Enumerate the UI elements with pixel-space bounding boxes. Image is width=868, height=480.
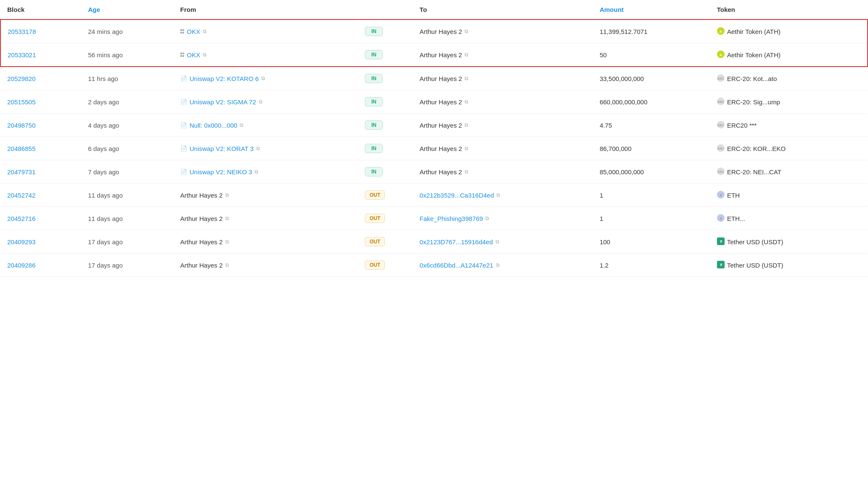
contract-icon: 📄 (180, 122, 187, 128)
copy-to-icon[interactable]: ⧉ (465, 99, 468, 105)
block-link[interactable]: 20479731 (7, 168, 36, 176)
block-number[interactable]: 20533178 (0, 20, 81, 43)
copy-to-icon[interactable]: ⧉ (465, 122, 468, 128)
to-link[interactable]: 0x6cd66Dbd...A12447e21 (420, 262, 493, 269)
copy-from-icon[interactable]: ⧉ (255, 169, 258, 175)
token-cell: AAethir Token (ATH) (710, 20, 868, 43)
table-body: 2053317824 mins agoOKX⧉INArthur Hayes 2⧉… (0, 20, 868, 277)
age-cell: 11 hrs ago (81, 67, 174, 90)
block-number[interactable]: 20409293 (0, 230, 81, 254)
copy-to-icon[interactable]: ⧉ (496, 262, 500, 268)
token-label: ETH (727, 192, 740, 199)
token-icon-erc: ERC (717, 98, 725, 106)
to-link[interactable]: 0x212b3529...Ca316D4ed (420, 192, 494, 199)
table-row: 2053317824 mins agoOKX⧉INArthur Hayes 2⧉… (0, 20, 868, 43)
copy-to-icon[interactable]: ⧉ (465, 52, 468, 58)
from-link[interactable]: Uniswap V2: KOTARO 6 (190, 75, 259, 82)
copy-from-icon[interactable]: ⧉ (225, 262, 229, 268)
block-link[interactable]: 20533021 (8, 51, 36, 59)
from-cell: OKX⧉ (174, 20, 361, 43)
block-link[interactable]: 20529820 (7, 75, 36, 82)
amount-cell: 33,500,000,000 (593, 67, 710, 90)
from-link[interactable]: Null: 0x000...000 (190, 122, 238, 129)
copy-from-icon[interactable]: ⧉ (203, 28, 207, 34)
svg-text:ERC: ERC (717, 147, 724, 150)
to-cell: 0x212b3529...Ca316D4ed⧉ (413, 184, 593, 207)
to-label: Arthur Hayes 2 (420, 98, 462, 106)
direction-cell: OUT (361, 254, 413, 277)
transactions-table: Block Age From To Amount Token 205331782… (0, 0, 868, 277)
to-link[interactable]: 0x2123D767...15916d4ed (420, 238, 493, 246)
copy-from-icon[interactable]: ⧉ (225, 239, 229, 245)
copy-from-icon[interactable]: ⧉ (225, 215, 229, 221)
direction-badge: OUT (365, 214, 385, 223)
to-link[interactable]: Fake_Phishing398769 (420, 215, 483, 222)
table-row: 205155052 days ago📄Uniswap V2: SIGMA 72⧉… (0, 90, 868, 114)
token-icon-erc: ERC (717, 144, 725, 153)
to-label: Arthur Hayes 2 (420, 51, 462, 59)
col-from: From (174, 0, 361, 20)
from-cell: 📄Uniswap V2: KOTARO 6⧉ (174, 67, 361, 90)
token-label: ERC-20: NEI...CAT (727, 168, 781, 176)
contract-icon: 📄 (180, 75, 187, 82)
block-number[interactable]: 20533021 (0, 43, 81, 67)
from-link[interactable]: OKX (187, 51, 200, 59)
direction-cell: IN (361, 90, 413, 114)
copy-from-icon[interactable]: ⧉ (203, 52, 207, 58)
age-cell: 7 days ago (81, 160, 174, 184)
age-cell: 17 days ago (81, 254, 174, 277)
block-number[interactable]: 20515505 (0, 90, 81, 114)
block-link[interactable]: 20452742 (7, 192, 36, 199)
block-link[interactable]: 20533178 (8, 28, 36, 35)
copy-to-icon[interactable]: ⧉ (485, 215, 489, 221)
copy-from-icon[interactable]: ⧉ (225, 192, 229, 198)
col-dir (361, 0, 413, 20)
direction-badge: IN (365, 120, 383, 130)
direction-badge: IN (365, 167, 383, 176)
block-number[interactable]: 20452742 (0, 184, 81, 207)
copy-from-icon[interactable]: ⧉ (259, 99, 263, 105)
block-link[interactable]: 20409286 (7, 262, 36, 269)
from-link[interactable]: OKX (187, 28, 200, 35)
block-number[interactable]: 20452716 (0, 207, 81, 230)
amount-cell: 1 (593, 184, 710, 207)
block-link[interactable]: 20452716 (7, 215, 36, 222)
block-number[interactable]: 20409286 (0, 254, 81, 277)
copy-from-icon[interactable]: ⧉ (261, 75, 265, 81)
copy-to-icon[interactable]: ⧉ (465, 28, 468, 34)
svg-text:ERC: ERC (717, 100, 724, 103)
to-label: Arthur Hayes 2 (420, 145, 462, 152)
token-cell: ERCERC20 *** (710, 114, 868, 137)
block-number[interactable]: 20479731 (0, 160, 81, 184)
copy-to-icon[interactable]: ⧉ (496, 239, 499, 245)
table-row: 2053302156 mins agoOKX⧉INArthur Hayes 2⧉… (0, 43, 868, 67)
age-cell: 56 mins ago (81, 43, 174, 67)
block-number[interactable]: 20486855 (0, 137, 81, 160)
token-label: Aethir Token (ATH) (727, 51, 781, 59)
block-link[interactable]: 20498750 (7, 122, 36, 129)
from-link[interactable]: Uniswap V2: NEIKO 3 (190, 168, 252, 176)
copy-to-icon[interactable]: ⧉ (465, 169, 468, 175)
copy-to-icon[interactable]: ⧉ (465, 75, 468, 81)
copy-from-icon[interactable]: ⧉ (256, 145, 260, 151)
from-cell: Arthur Hayes 2⧉ (174, 207, 361, 230)
amount-cell: 1.2 (593, 254, 710, 277)
svg-text:ERC: ERC (717, 124, 724, 127)
token-label: Aethir Token (ATH) (727, 28, 781, 35)
from-cell: Arthur Hayes 2⧉ (174, 184, 361, 207)
age-cell: 2 days ago (81, 90, 174, 114)
block-link[interactable]: 20486855 (7, 145, 36, 152)
token-icon-usdt: ₮ (717, 261, 725, 270)
block-link[interactable]: 20515505 (7, 98, 36, 106)
from-link[interactable]: Uniswap V2: SIGMA 72 (190, 98, 256, 106)
to-label: Arthur Hayes 2 (420, 122, 462, 129)
table-row: 2045271611 days agoArthur Hayes 2⧉OUTFak… (0, 207, 868, 230)
block-number[interactable]: 20529820 (0, 67, 81, 90)
copy-to-icon[interactable]: ⧉ (496, 192, 500, 198)
copy-from-icon[interactable]: ⧉ (240, 122, 244, 128)
copy-to-icon[interactable]: ⧉ (465, 145, 468, 151)
from-link[interactable]: Uniswap V2: KORAT 3 (190, 145, 254, 152)
block-link[interactable]: 20409293 (7, 238, 36, 246)
block-number[interactable]: 20498750 (0, 114, 81, 137)
from-cell: OKX⧉ (174, 43, 361, 67)
